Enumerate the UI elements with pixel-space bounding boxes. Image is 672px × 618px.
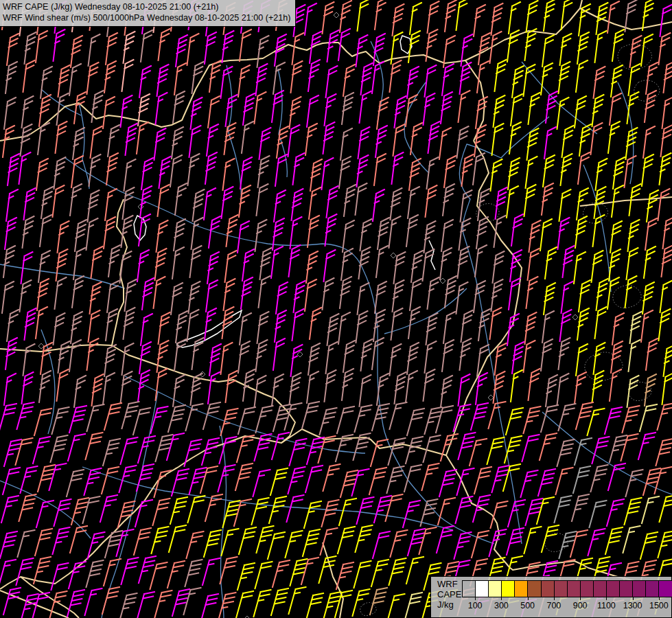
legend-tick-label: 300 xyxy=(494,601,509,610)
legend-color-box xyxy=(542,580,555,597)
title-line-shear: WRF Wind shear (m/s) 500/1000hPa Wednesd… xyxy=(3,12,290,23)
legend-tick-label: 1500 xyxy=(649,601,669,610)
legend-label-wrf: WRF xyxy=(437,579,461,589)
legend-color-box xyxy=(476,580,489,597)
legend-color-box xyxy=(489,580,502,597)
legend-tick-label: 100 xyxy=(468,601,483,610)
legend-color-scale xyxy=(462,580,672,596)
cape-legend: WRF CAPE J/kg 10030050070090011001300150… xyxy=(430,576,672,618)
title-line-cape: WRF CAPE (J/kg) Wednesday 08-10-2025 21:… xyxy=(3,1,290,12)
map-background xyxy=(0,0,672,618)
legend-color-box xyxy=(594,580,607,597)
legend-tick-mark xyxy=(554,597,555,600)
legend-color-box xyxy=(462,580,476,597)
legend-tick-mark xyxy=(501,597,502,600)
weather-chart: WRF CAPE (J/kg) Wednesday 08-10-2025 21:… xyxy=(0,0,672,618)
map-title-overlay: WRF CAPE (J/kg) Wednesday 08-10-2025 21:… xyxy=(0,0,296,27)
legend-tick-label: 900 xyxy=(573,601,588,610)
legend-color-box xyxy=(515,580,528,597)
legend-color-box xyxy=(555,580,568,597)
legend-tick-row: 100300500700900110013001500 xyxy=(431,597,671,617)
legend-tick-label: 1300 xyxy=(623,601,642,610)
legend-tick-mark xyxy=(580,597,581,600)
legend-tick-mark xyxy=(606,597,607,600)
legend-color-box xyxy=(620,580,633,597)
legend-color-box xyxy=(607,580,620,597)
legend-tick-mark xyxy=(633,597,634,600)
legend-tick-label: 500 xyxy=(520,601,535,610)
legend-color-box xyxy=(646,580,659,597)
legend-color-box xyxy=(528,580,541,597)
legend-color-box xyxy=(659,580,672,597)
legend-tick-label: 1100 xyxy=(597,601,616,610)
legend-color-box xyxy=(581,580,594,597)
legend-color-box xyxy=(502,580,515,597)
legend-tick-mark xyxy=(475,597,476,600)
legend-tick-mark xyxy=(528,597,529,600)
legend-color-box xyxy=(568,580,581,597)
weather-map xyxy=(0,0,672,618)
legend-tick-label: 700 xyxy=(546,601,561,610)
legend-tick-mark xyxy=(659,597,660,600)
legend-color-box xyxy=(633,580,646,597)
